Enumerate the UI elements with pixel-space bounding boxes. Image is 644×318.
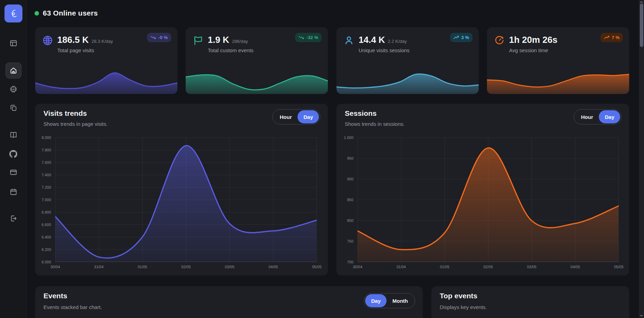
stat-value: 1.9 K xyxy=(208,35,229,45)
section-title: Events xyxy=(43,292,67,300)
stopwatch-icon xyxy=(494,35,505,46)
ai-chip-icon: AI xyxy=(9,85,18,93)
trend-badge: 7 % xyxy=(601,33,623,42)
y-tick-label: 700 xyxy=(347,260,353,264)
sidebar-item-github[interactable] xyxy=(6,146,21,162)
x-tick-label: 03/05 xyxy=(225,265,235,269)
chart-subtitle: Shows trends in sessions. xyxy=(345,121,404,127)
stat-label: Total page visits xyxy=(57,47,94,53)
stat-per-day: 2.2 K/day xyxy=(388,39,407,44)
page-scrollbar[interactable] xyxy=(639,0,644,318)
x-tick-label: 04/05 xyxy=(570,265,580,269)
hour-day-toggle: Hour Day xyxy=(574,109,622,124)
scroll-down-icon[interactable] xyxy=(639,314,644,317)
session-time-sparkline xyxy=(487,70,629,94)
visits-trends-plot[interactable] xyxy=(55,138,317,262)
x-tick-label: 02/05 xyxy=(484,265,493,269)
stat-card-custom-events: 1.9 K286/day Total custom events -32 % xyxy=(186,27,328,94)
trend-badge: 3 % xyxy=(450,33,472,42)
y-axis-labels: 1.000950900850800750700 xyxy=(336,138,355,262)
toggle-option-day[interactable]: Day xyxy=(599,110,620,123)
stat-label: Unique visits sessions xyxy=(359,47,410,53)
trend-down-icon xyxy=(150,36,156,39)
top-events-card: Top events Displays key events. xyxy=(431,286,629,318)
sidebar-item-home[interactable] xyxy=(6,63,21,78)
day-month-toggle: Day Month xyxy=(364,293,415,308)
y-tick-label: 6.400 xyxy=(41,235,51,239)
stat-value: 14.4 K xyxy=(359,35,385,45)
y-tick-label: 7.600 xyxy=(41,160,51,165)
online-status-dot xyxy=(35,11,39,16)
sidebar-item-billing[interactable] xyxy=(6,164,21,180)
svg-text:AI: AI xyxy=(12,88,15,91)
home-icon xyxy=(9,66,18,75)
y-tick-label: 850 xyxy=(347,198,353,202)
sidebar-item-calendar[interactable] xyxy=(6,184,21,200)
chart-title: Sessions xyxy=(345,109,377,118)
y-tick-label: 8.000 xyxy=(41,135,51,140)
section-subtitle: Events stacked bar chart. xyxy=(43,304,102,310)
page-visits-sparkline xyxy=(35,70,177,94)
stat-per-day: 28.3 K/day xyxy=(91,39,113,44)
x-tick-label: 03/05 xyxy=(527,265,537,269)
x-tick-label: 05/05 xyxy=(312,265,322,269)
y-tick-label: 6.800 xyxy=(41,210,51,214)
sidebar-item-pages[interactable] xyxy=(6,100,21,116)
chart-subtitle: Shows trends in page visits. xyxy=(43,121,108,127)
x-tick-label: 01/05 xyxy=(440,265,450,269)
x-tick-label: 31/04 xyxy=(396,265,406,269)
y-tick-label: 6.000 xyxy=(41,260,51,264)
sessions-card: Sessions Shows trends in sessions. Hour … xyxy=(336,104,629,275)
online-users-label: 63 Online users xyxy=(43,9,98,17)
y-tick-label: 950 xyxy=(347,156,353,160)
x-axis-labels: 30/0431/0401/0502/0503/0504/0505/05 xyxy=(358,265,619,270)
trend-up-icon xyxy=(604,36,609,39)
y-tick-label: 7.000 xyxy=(41,198,51,202)
x-tick-label: 30/04 xyxy=(353,265,362,269)
y-tick-label: 800 xyxy=(347,218,353,223)
app-logo[interactable] xyxy=(4,4,22,22)
stat-value: 1h 20m 26s xyxy=(509,35,557,45)
custom-events-sparkline xyxy=(186,70,328,94)
sidebar-item-ai[interactable]: AI xyxy=(6,81,21,97)
sidebar-item-dashboard[interactable] xyxy=(6,35,21,51)
x-tick-label: 02/05 xyxy=(181,265,191,269)
toggle-option-day[interactable]: Day xyxy=(365,294,387,307)
sidebar-item-logout[interactable] xyxy=(6,211,21,226)
x-tick-label: 31/04 xyxy=(94,265,104,269)
toggle-option-month[interactable]: Month xyxy=(387,294,414,307)
x-tick-label: 05/05 xyxy=(614,265,624,269)
calendar-icon xyxy=(9,188,18,196)
flag-icon xyxy=(193,35,204,46)
y-tick-label: 7.800 xyxy=(41,148,51,152)
stat-label: Avg session time xyxy=(509,47,548,53)
copy-pages-icon xyxy=(9,104,18,112)
trend-badge: -32 % xyxy=(295,33,322,42)
x-axis-labels: 30/0431/0401/0502/0503/0504/0505/05 xyxy=(55,265,317,270)
swoosh-logo-icon xyxy=(8,8,19,19)
y-tick-label: 7.200 xyxy=(41,185,51,189)
toggle-option-hour[interactable]: Hour xyxy=(274,110,297,123)
x-tick-label: 30/04 xyxy=(50,265,60,269)
y-tick-label: 900 xyxy=(347,177,353,181)
trend-badge: -0 % xyxy=(147,33,171,42)
stat-card-page-visits: 186.5 K28.3 K/day Total page visits -0 % xyxy=(35,27,177,94)
events-card: Events Events stacked bar chart. Day Mon… xyxy=(35,286,423,318)
y-tick-label: 750 xyxy=(347,239,353,243)
y-tick-label: 6.200 xyxy=(41,247,51,252)
stat-label: Total custom events xyxy=(208,47,254,53)
trend-up-icon xyxy=(453,36,459,39)
sessions-plot[interactable] xyxy=(358,138,619,262)
stat-card-session-time: 1h 20m 26s Avg session time 7 % xyxy=(487,27,629,94)
stat-value: 186.5 K xyxy=(57,35,89,45)
toggle-option-hour[interactable]: Hour xyxy=(575,110,599,123)
wallet-icon xyxy=(9,168,18,176)
y-tick-label: 7.400 xyxy=(41,173,51,177)
open-book-icon xyxy=(9,131,18,139)
chart-title: Visits trends xyxy=(43,109,87,118)
scrollbar-thumb[interactable] xyxy=(640,3,643,47)
stat-per-day: 286/day xyxy=(232,39,248,44)
sidebar-item-docs[interactable] xyxy=(6,127,21,143)
toggle-option-day[interactable]: Day xyxy=(297,110,319,123)
person-icon xyxy=(343,35,354,46)
